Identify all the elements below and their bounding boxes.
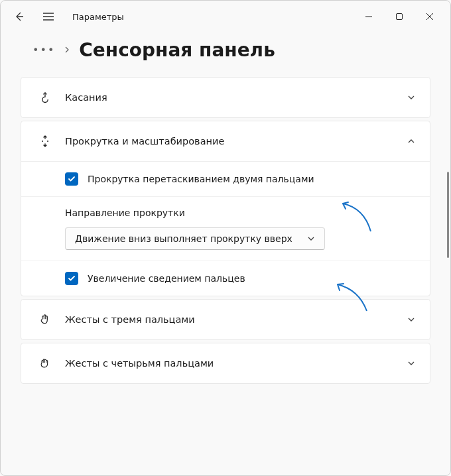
chevron-right-icon (64, 46, 70, 55)
check-icon (68, 274, 76, 282)
titlebar: Параметры (1, 1, 450, 32)
pinch-zoom-label: Увеличение сведением пальцев (88, 273, 245, 284)
svg-point-1 (42, 141, 43, 142)
scroll-direction-dropdown[interactable]: Движение вниз выполняет прокрутку вверх (65, 227, 325, 250)
section-three-finger-title: Жесты с тремя пальцами (65, 314, 195, 325)
back-button[interactable] (6, 3, 32, 30)
minimize-button[interactable] (354, 6, 384, 27)
minimize-icon (365, 13, 372, 20)
svg-point-2 (47, 141, 48, 142)
page-title: Сенсорная панель (79, 39, 275, 61)
maximize-button[interactable] (384, 6, 415, 27)
checkbox-two-finger-scroll[interactable] (65, 172, 78, 186)
section-scroll-zoom-header[interactable]: Прокрутка и масштабирование (21, 121, 430, 161)
section-taps-title: Касания (65, 92, 107, 103)
close-button[interactable] (415, 6, 445, 27)
two-finger-scroll-label: Прокрутка перетаскиванием двумя пальцами (88, 174, 314, 184)
close-icon (426, 13, 433, 20)
section-four-finger-title: Жесты с четырьмя пальцами (65, 358, 214, 369)
scroll-direction-value: Движение вниз выполняет прокрутку вверх (75, 233, 300, 244)
breadcrumb: ••• Сенсорная панель (1, 32, 450, 77)
tap-icon (36, 91, 54, 104)
breadcrumb-overflow-button[interactable]: ••• (32, 44, 55, 56)
section-taps-header[interactable]: Касания (21, 78, 430, 117)
section-four-finger-header[interactable]: Жесты с четырьмя пальцами (21, 343, 430, 383)
checkbox-pinch-zoom[interactable] (65, 272, 78, 285)
scroll-direction-heading: Направление прокрутки (65, 208, 415, 218)
check-icon (68, 175, 76, 183)
four-finger-icon (36, 357, 54, 370)
option-scroll-direction: Направление прокрутки Движение вниз выпо… (21, 197, 430, 261)
section-three-finger-header[interactable]: Жесты с тремя пальцами (21, 300, 430, 339)
section-taps: Касания (21, 77, 430, 118)
chevron-down-icon (407, 91, 415, 104)
chevron-down-icon (407, 314, 415, 326)
svg-rect-0 (397, 14, 403, 20)
hamburger-icon (43, 13, 54, 21)
section-scroll-zoom-title: Прокрутка и масштабирование (65, 136, 224, 147)
chevron-down-icon (407, 357, 415, 370)
scrollbar[interactable] (447, 172, 449, 258)
section-scroll-zoom: Прокрутка и масштабирование Прокрутка пе… (21, 121, 430, 296)
chevron-up-icon (407, 135, 415, 148)
app-title: Параметры (72, 12, 124, 22)
section-four-finger: Жесты с четырьмя пальцами (21, 343, 430, 384)
section-three-finger: Жесты с тремя пальцами (21, 299, 430, 340)
maximize-icon (396, 13, 403, 20)
scroll-zoom-icon (36, 135, 54, 148)
option-two-finger-scroll: Прокрутка перетаскиванием двумя пальцами (21, 162, 430, 197)
menu-button[interactable] (35, 3, 62, 30)
three-finger-icon (36, 313, 54, 326)
chevron-down-icon (307, 235, 315, 243)
arrow-left-icon (14, 11, 25, 22)
option-pinch-zoom: Увеличение сведением пальцев (21, 261, 430, 296)
